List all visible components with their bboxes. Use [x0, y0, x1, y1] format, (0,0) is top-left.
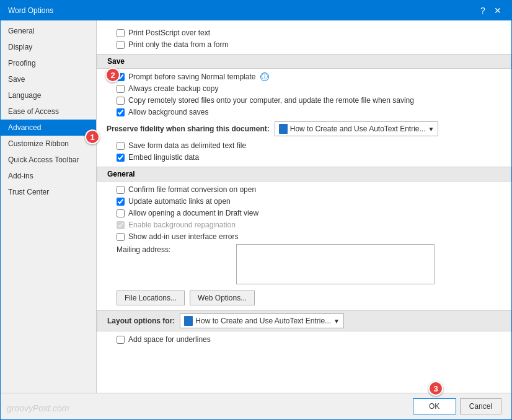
layout-label: Layout options for: — [107, 317, 175, 325]
general-section-header: General — [97, 167, 511, 182]
print-data-label[interactable]: Print only the data from a form — [128, 40, 228, 49]
background-saves-label[interactable]: Allow background saves — [128, 108, 208, 116]
checkbox-save-form-data: Save form data as delimited text file — [117, 141, 501, 150]
dialog-title: Word Options — [8, 6, 53, 15]
checkbox-embed-linguistic: Embed linguistic data — [117, 153, 501, 162]
save-section-header: Save — [97, 54, 511, 69]
mailing-label: Mailing address: — [117, 244, 174, 254]
show-errors-label[interactable]: Show add-in user interface errors — [128, 232, 238, 241]
file-locations-button[interactable]: File Locations... — [117, 291, 185, 305]
checkbox-show-errors: Show add-in user interface errors — [117, 232, 501, 241]
preserve-dropdown[interactable]: How to Create and Use AutoText Entrie...… — [275, 121, 439, 136]
backup-copy-label[interactable]: Always create backup copy — [128, 84, 218, 93]
watermark: groovyPost.com — [7, 403, 69, 413]
checkbox-background-saves: Allow background saves — [117, 108, 501, 116]
checkbox-draft-view: Allow opening a document in Draft view — [117, 209, 501, 217]
dialog-footer: 3 OK Cancel — [1, 393, 511, 419]
mailing-address-input[interactable] — [236, 244, 435, 284]
draft-view-checkbox[interactable] — [117, 209, 125, 217]
print-data-checkbox[interactable] — [117, 41, 125, 49]
sidebar-item-language[interactable]: Language — [1, 87, 96, 103]
ok-button[interactable]: OK — [413, 398, 456, 414]
layout-doc-icon — [184, 316, 193, 326]
checkbox-print-data: Print only the data from a form — [117, 40, 501, 49]
confirm-format-label[interactable]: Confirm file format conversion on open — [128, 185, 256, 194]
background-repag-label: Enable background repagination — [128, 221, 236, 229]
prompt-normal-label[interactable]: Prompt before saving Normal template — [128, 72, 255, 81]
sidebar-item-advanced[interactable]: Advanced — [1, 120, 96, 136]
add-space-checkbox[interactable] — [117, 336, 125, 344]
checkbox-prompt-normal: Prompt before saving Normal template ⓘ 2 — [117, 72, 501, 81]
draft-view-label[interactable]: Allow opening a document in Draft view — [128, 209, 258, 217]
checkbox-update-links: Update automatic links at open — [117, 197, 501, 206]
dialog-body: General Display Proofing Save Language E… — [1, 20, 511, 393]
copy-remotely-label[interactable]: Copy remotely stored files onto your com… — [128, 96, 414, 105]
save-form-data-label[interactable]: Save form data as delimited text file — [128, 141, 246, 150]
copy-remotely-checkbox[interactable] — [117, 97, 125, 105]
title-bar-controls: ? ✕ — [477, 4, 504, 17]
print-postscript-label[interactable]: Print PostScript over text — [128, 28, 210, 37]
word-options-dialog: Word Options ? ✕ General Display Proofin… — [0, 0, 512, 420]
sidebar-item-quick-access[interactable]: Quick Access Toolbar — [1, 152, 96, 168]
background-repag-checkbox[interactable] — [117, 221, 125, 229]
sidebar-item-display[interactable]: Display — [1, 39, 96, 55]
print-checkboxes: Print PostScript over text Print only th… — [107, 28, 501, 49]
sidebar-item-ease-of-access[interactable]: Ease of Access — [1, 103, 96, 120]
help-button[interactable]: ? — [477, 4, 489, 17]
layout-dropdown-text: How to Create and Use AutoText Entrie... — [195, 317, 331, 325]
layout-dropdown[interactable]: How to Create and Use AutoText Entrie...… — [180, 313, 344, 328]
mailing-address-row: Mailing address: — [117, 244, 501, 284]
embed-linguistic-label[interactable]: Embed linguistic data — [128, 153, 199, 162]
preserve-dropdown-chevron: ▼ — [428, 126, 435, 133]
preserve-dropdown-text: How to Create and Use AutoText Entrie... — [290, 125, 426, 133]
checkbox-backup-copy: Always create backup copy — [117, 84, 501, 93]
content-scroll[interactable]: Print PostScript over text Print only th… — [97, 20, 511, 393]
web-options-button[interactable]: Web Options... — [190, 291, 255, 305]
close-button[interactable]: ✕ — [492, 4, 504, 17]
layout-dropdown-chevron: ▼ — [333, 318, 340, 325]
print-postscript-checkbox[interactable] — [117, 29, 125, 37]
cancel-button[interactable]: Cancel — [460, 398, 501, 414]
confirm-format-checkbox[interactable] — [117, 186, 125, 194]
checkbox-add-space: Add space for underlines — [117, 335, 501, 344]
preserve-row: Preserve fidelity when sharing this docu… — [107, 121, 501, 136]
preserve-label: Preserve fidelity when sharing this docu… — [107, 125, 270, 133]
annotation-2: 2 — [105, 68, 120, 82]
content-area: Print PostScript over text Print only th… — [97, 20, 511, 393]
sidebar: General Display Proofing Save Language E… — [1, 20, 97, 393]
background-saves-checkbox[interactable] — [117, 108, 125, 116]
button-row: File Locations... Web Options... — [117, 291, 501, 305]
sidebar-item-add-ins[interactable]: Add-ins — [1, 168, 96, 184]
checkbox-print-postscript: Print PostScript over text — [117, 28, 501, 37]
save-form-data-checkbox[interactable] — [117, 142, 125, 150]
annotation-1: 1 — [85, 129, 100, 144]
show-errors-checkbox[interactable] — [117, 233, 125, 241]
layout-options-row: Layout options for: How to Create and Us… — [97, 310, 511, 331]
annotation-3: 3 — [428, 381, 443, 396]
doc-icon — [279, 124, 288, 134]
checkbox-copy-remotely: Copy remotely stored files onto your com… — [117, 96, 501, 105]
sidebar-item-save[interactable]: Save — [1, 71, 96, 87]
sidebar-item-trust-center[interactable]: Trust Center — [1, 184, 96, 200]
update-links-label[interactable]: Update automatic links at open — [128, 197, 231, 206]
backup-copy-checkbox[interactable] — [117, 85, 125, 93]
checkbox-confirm-format: Confirm file format conversion on open — [117, 185, 501, 194]
info-icon[interactable]: ⓘ — [260, 72, 269, 81]
sidebar-item-general[interactable]: General — [1, 23, 96, 39]
sidebar-item-proofing[interactable]: Proofing — [1, 55, 96, 71]
update-links-checkbox[interactable] — [117, 198, 125, 206]
embed-linguistic-checkbox[interactable] — [117, 154, 125, 162]
checkbox-background-repag: Enable background repagination — [117, 221, 501, 229]
title-bar: Word Options ? ✕ — [1, 1, 511, 20]
add-space-label[interactable]: Add space for underlines — [128, 335, 211, 344]
sidebar-item-customize-ribbon[interactable]: Customize Ribbon — [1, 136, 96, 152]
